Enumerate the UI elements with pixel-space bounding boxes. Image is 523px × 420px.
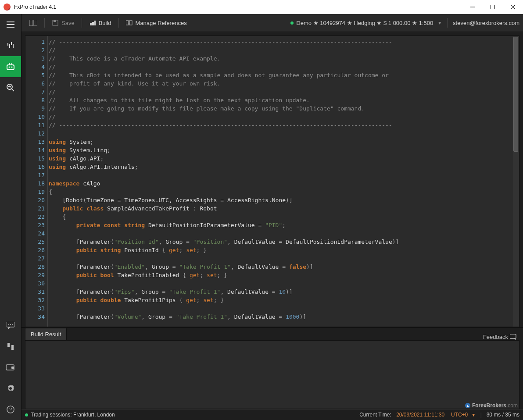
svg-rect-36 xyxy=(129,21,132,25)
svg-rect-31 xyxy=(54,20,56,22)
main-area: Save Build Manage References Demo ★ 1049… xyxy=(21,14,523,420)
svg-rect-35 xyxy=(126,21,129,25)
app-icon xyxy=(4,4,11,11)
svg-rect-11 xyxy=(7,65,14,70)
tool-icon[interactable] xyxy=(0,336,21,357)
svg-line-17 xyxy=(12,89,14,91)
feedback-button[interactable]: Feedback xyxy=(483,334,519,340)
feedback-icon xyxy=(510,334,517,340)
svg-rect-23 xyxy=(11,345,14,350)
menu-button[interactable] xyxy=(0,14,21,35)
svg-point-15 xyxy=(11,67,13,68)
timezone[interactable]: UTC+0 xyxy=(451,412,468,418)
chevron-down-icon[interactable]: ▼ xyxy=(471,413,476,417)
left-sidebar: ? xyxy=(0,14,21,420)
line-gutter: 1 2 3 4 5 6 7 8 9 10 11 12 13 14 15 16 1… xyxy=(25,36,48,327)
status-bar: Trading sessions: Frankfurt, London Curr… xyxy=(21,409,523,420)
latency: 30 ms / 35 ms xyxy=(487,412,519,418)
save-button[interactable]: Save xyxy=(47,18,79,28)
minimize-button[interactable] xyxy=(462,0,483,14)
code-content[interactable]: // -------------------------------------… xyxy=(48,36,512,327)
svg-point-19 xyxy=(8,324,9,325)
build-label: Build xyxy=(99,20,111,26)
build-output xyxy=(25,340,519,409)
automate-icon[interactable] xyxy=(0,56,21,77)
save-icon xyxy=(52,19,59,26)
panel-tabs: Build Result Feedback xyxy=(25,328,519,340)
chevron-down-icon[interactable]: ▼ xyxy=(437,21,442,25)
panels-button[interactable] xyxy=(25,18,42,28)
svg-rect-33 xyxy=(92,22,94,25)
svg-rect-22 xyxy=(7,343,10,347)
current-time-value: 20/09/2021 11:11:30 xyxy=(396,412,444,418)
trading-sessions: Trading sessions: Frankfurt, London xyxy=(31,412,115,418)
analyze-icon[interactable] xyxy=(0,77,21,98)
manage-references-button[interactable]: Manage References xyxy=(122,18,191,28)
wallet-icon[interactable] xyxy=(0,357,21,378)
account-email[interactable]: steven@forexbrokers.com xyxy=(453,20,519,26)
svg-text:?: ? xyxy=(9,407,12,412)
svg-point-21 xyxy=(12,324,13,325)
svg-rect-8 xyxy=(9,44,10,48)
chart-icon[interactable] xyxy=(0,35,21,56)
svg-rect-34 xyxy=(94,21,96,25)
close-button[interactable] xyxy=(503,0,523,14)
settings-icon[interactable] xyxy=(0,378,21,399)
tab-build-result[interactable]: Build Result xyxy=(25,328,67,340)
build-button[interactable]: Build xyxy=(85,18,116,28)
svg-rect-1 xyxy=(491,5,495,9)
svg-point-14 xyxy=(9,67,10,68)
feedback-label: Feedback xyxy=(483,334,508,340)
chat-icon[interactable] xyxy=(0,315,21,336)
svg-rect-7 xyxy=(7,43,8,46)
svg-rect-10 xyxy=(13,44,14,48)
current-time-label: Current Time: xyxy=(359,412,391,418)
titlebar: FxPro cTrader 4.1 xyxy=(0,0,523,14)
svg-rect-28 xyxy=(29,20,33,26)
save-label: Save xyxy=(61,20,75,26)
svg-rect-39 xyxy=(510,334,516,338)
svg-rect-25 xyxy=(11,367,14,369)
svg-point-20 xyxy=(10,324,11,325)
scroll-thumb[interactable] xyxy=(513,37,518,152)
status-indicator xyxy=(25,413,28,416)
vertical-scrollbar[interactable] xyxy=(512,36,519,327)
bottom-panel: Build Result Feedback xyxy=(21,328,523,409)
editor-area: 1 2 3 4 5 6 7 8 9 10 11 12 13 14 15 16 1… xyxy=(21,32,523,328)
svg-rect-29 xyxy=(34,20,37,26)
connection-indicator xyxy=(290,21,294,25)
maximize-button[interactable] xyxy=(483,0,503,14)
build-icon xyxy=(89,19,96,26)
svg-rect-9 xyxy=(11,42,12,45)
toolbar: Save Build Manage References Demo ★ 1049… xyxy=(21,14,523,32)
manage-refs-label: Manage References xyxy=(136,20,187,26)
account-summary[interactable]: Demo ★ 10492974 ★ Hedging ★ $ 1 000.00 ★… xyxy=(296,20,433,26)
svg-rect-32 xyxy=(90,23,92,25)
help-icon[interactable]: ? xyxy=(0,399,21,420)
window-title: FxPro cTrader 4.1 xyxy=(14,4,56,10)
code-editor[interactable]: 1 2 3 4 5 6 7 8 9 10 11 12 13 14 15 16 1… xyxy=(25,36,519,327)
refs-icon xyxy=(126,19,133,26)
